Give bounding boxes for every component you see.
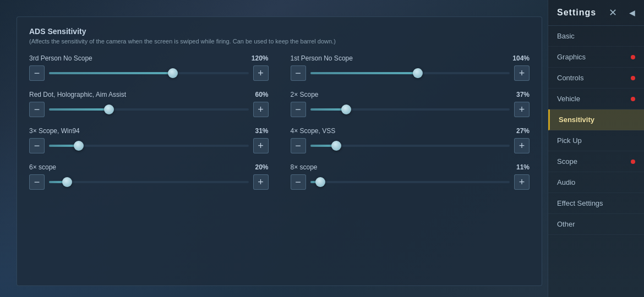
slider-label-red-dot: Red Dot, Holographic, Aim Assist <box>29 91 126 98</box>
sidebar-item-label-effect-settings: Effect Settings <box>557 199 603 207</box>
slider-minus-3rd-no-scope[interactable]: − <box>29 65 45 81</box>
slider-thumb-1st-no-scope[interactable] <box>413 68 423 78</box>
slider-group-red-dot: Red Dot, Holographic, Aim Assist60%−+ <box>29 91 269 117</box>
sidebar-item-label-sensitivity: Sensitivity <box>559 116 594 124</box>
slider-fill-red-dot <box>49 108 109 111</box>
sidebar-item-basic[interactable]: Basic <box>548 26 644 47</box>
sidebar-arrow-icon[interactable]: ◀ <box>629 8 635 17</box>
slider-group-8x-scope: 8× scope11%−+ <box>291 163 530 190</box>
slider-plus-4x-scope[interactable]: + <box>514 138 530 153</box>
slider-percent-3rd-no-scope: 120% <box>252 54 269 62</box>
slider-group-4x-scope: 4× Scope, VSS27%−+ <box>291 127 530 153</box>
sidebar-item-pickup[interactable]: Pick Up <box>548 130 644 151</box>
slider-label-6x-scope: 6× scope <box>29 163 56 171</box>
slider-label-3rd-no-scope: 3rd Person No Scope <box>29 54 92 62</box>
sliders-grid: 3rd Person No Scope120%−+1st Person No S… <box>29 54 530 190</box>
sidebar-item-label-graphics: Graphics <box>557 53 586 61</box>
slider-thumb-red-dot[interactable] <box>104 105 114 114</box>
slider-fill-3rd-no-scope <box>49 72 173 74</box>
close-icon[interactable]: ✕ <box>609 7 617 19</box>
slider-percent-4x-scope: 27% <box>516 127 530 135</box>
slider-controls-3rd-no-scope: −+ <box>29 65 269 81</box>
sidebar-item-sensitivity[interactable]: Sensitivity <box>548 109 644 130</box>
slider-controls-2x-scope: −+ <box>291 102 530 117</box>
slider-minus-6x-scope[interactable]: − <box>29 174 45 190</box>
slider-controls-6x-scope: −+ <box>29 174 269 190</box>
slider-label-row-6x-scope: 6× scope20% <box>29 163 269 171</box>
sidebar-item-scope[interactable]: Scope <box>548 151 644 172</box>
slider-minus-8x-scope[interactable]: − <box>291 174 306 190</box>
slider-minus-3x-scope[interactable]: − <box>29 138 45 153</box>
slider-track-8x-scope <box>310 181 510 183</box>
slider-plus-3x-scope[interactable]: + <box>253 138 269 153</box>
sidebar-item-graphics[interactable]: Graphics <box>548 47 644 68</box>
slider-minus-1st-no-scope[interactable]: − <box>291 65 306 81</box>
slider-minus-4x-scope[interactable]: − <box>291 138 306 153</box>
slider-track-container-3x-scope[interactable] <box>49 138 249 153</box>
sidebar-title: Settings <box>557 8 596 18</box>
slider-percent-3x-scope: 31% <box>255 127 268 135</box>
slider-label-row-8x-scope: 8× scope11% <box>291 163 530 171</box>
slider-thumb-4x-scope[interactable] <box>331 141 341 151</box>
slider-thumb-3x-scope[interactable] <box>74 141 84 151</box>
slider-label-2x-scope: 2× Scope <box>291 91 319 98</box>
dot-indicator-controls <box>631 76 635 80</box>
slider-plus-1st-no-scope[interactable]: + <box>514 65 530 81</box>
slider-label-8x-scope: 8× scope <box>291 163 318 171</box>
sidebar-nav: BasicGraphicsControlsVehicleSensitivityP… <box>548 26 644 235</box>
slider-plus-red-dot[interactable]: + <box>253 102 269 117</box>
slider-thumb-2x-scope[interactable] <box>341 105 351 114</box>
main-panel: ADS Sensitivity (Affects the sensitivity… <box>17 16 542 286</box>
slider-percent-8x-scope: 11% <box>516 163 530 171</box>
slider-track-6x-scope <box>49 181 249 183</box>
sidebar-item-controls[interactable]: Controls <box>548 68 644 89</box>
slider-thumb-3rd-no-scope[interactable] <box>168 68 178 78</box>
sidebar-header: Settings ✕ ◀ <box>548 0 644 26</box>
slider-minus-red-dot[interactable]: − <box>29 102 45 117</box>
slider-group-3rd-no-scope: 3rd Person No Scope120%−+ <box>29 54 269 81</box>
slider-label-row-3x-scope: 3× Scope, Win9431% <box>29 127 269 135</box>
slider-group-2x-scope: 2× Scope37%−+ <box>291 91 530 117</box>
slider-label-row-1st-no-scope: 1st Person No Scope104% <box>291 54 530 62</box>
slider-track-container-red-dot[interactable] <box>49 102 249 117</box>
slider-percent-2x-scope: 37% <box>516 91 530 98</box>
slider-percent-1st-no-scope: 104% <box>512 54 530 62</box>
sidebar: Settings ✕ ◀ BasicGraphicsControlsVehicl… <box>548 0 644 297</box>
sidebar-item-label-audio: Audio <box>557 178 575 186</box>
slider-track-container-1st-no-scope[interactable] <box>310 65 510 81</box>
slider-thumb-8x-scope[interactable] <box>315 177 325 187</box>
sidebar-item-label-scope: Scope <box>557 157 577 166</box>
slider-track-4x-scope <box>310 145 510 147</box>
slider-label-row-3rd-no-scope: 3rd Person No Scope120% <box>29 54 269 62</box>
slider-track-container-2x-scope[interactable] <box>310 102 510 117</box>
slider-label-4x-scope: 4× Scope, VSS <box>291 127 336 135</box>
slider-track-container-6x-scope[interactable] <box>49 174 249 190</box>
slider-track-container-8x-scope[interactable] <box>310 174 510 190</box>
slider-fill-1st-no-scope <box>310 72 418 74</box>
slider-label-1st-no-scope: 1st Person No Scope <box>291 54 353 62</box>
slider-controls-4x-scope: −+ <box>291 138 530 153</box>
sidebar-item-label-other: Other <box>557 220 575 228</box>
dot-indicator-vehicle <box>631 97 635 101</box>
slider-label-row-red-dot: Red Dot, Holographic, Aim Assist60% <box>29 91 269 98</box>
slider-track-red-dot <box>49 108 249 111</box>
slider-group-3x-scope: 3× Scope, Win9431%−+ <box>29 127 269 153</box>
slider-group-1st-no-scope: 1st Person No Scope104%−+ <box>291 54 530 81</box>
slider-minus-2x-scope[interactable]: − <box>291 102 306 117</box>
section-title: ADS Sensitivity <box>29 27 530 36</box>
slider-track-container-3rd-no-scope[interactable] <box>49 65 249 81</box>
slider-track-container-4x-scope[interactable] <box>310 138 510 153</box>
slider-plus-8x-scope[interactable]: + <box>514 174 530 190</box>
sidebar-item-audio[interactable]: Audio <box>548 172 644 193</box>
slider-plus-3rd-no-scope[interactable]: + <box>253 65 269 81</box>
slider-plus-2x-scope[interactable]: + <box>514 102 530 117</box>
slider-plus-6x-scope[interactable]: + <box>253 174 269 190</box>
section-description: (Affects the sensitivity of the camera w… <box>29 38 530 45</box>
sidebar-item-other[interactable]: Other <box>548 214 644 235</box>
sidebar-item-vehicle[interactable]: Vehicle <box>548 89 644 109</box>
slider-percent-red-dot: 60% <box>255 91 268 98</box>
sidebar-item-effect-settings[interactable]: Effect Settings <box>548 193 644 214</box>
slider-thumb-6x-scope[interactable] <box>62 177 72 187</box>
slider-label-row-4x-scope: 4× Scope, VSS27% <box>291 127 530 135</box>
sidebar-item-label-controls: Controls <box>557 74 583 82</box>
